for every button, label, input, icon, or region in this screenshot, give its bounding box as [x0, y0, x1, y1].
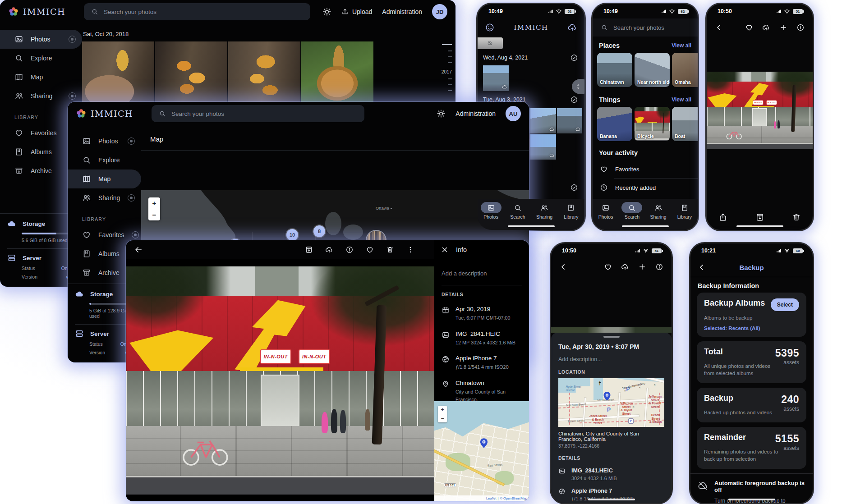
add-description-field[interactable]: Add a description	[442, 270, 522, 277]
administration-link[interactable]: Administration	[455, 110, 496, 117]
upload-cloud-icon[interactable]	[762, 23, 770, 32]
thing-card[interactable]: Banana	[597, 107, 632, 141]
search-input[interactable]: Search your photos	[84, 3, 310, 20]
thing-card[interactable]: Boat	[672, 107, 698, 141]
zoom-in-button[interactable]: +	[438, 406, 447, 414]
info-icon[interactable]	[796, 23, 805, 32]
sidebar-item-photos[interactable]: Photos	[68, 132, 141, 151]
user-avatar[interactable]: AU	[506, 106, 521, 121]
trash-icon[interactable]	[792, 213, 801, 222]
photo-thumbnail[interactable]	[483, 65, 509, 91]
upload-button[interactable]: Upload	[341, 8, 372, 15]
signal-icon	[635, 247, 641, 254]
timeline-scrubber[interactable]: 2017	[434, 44, 452, 96]
theme-toggle-icon[interactable]	[322, 7, 331, 16]
trash-icon[interactable]	[386, 246, 394, 254]
photo-thumbnail[interactable]	[530, 134, 556, 160]
photo-in-n-out-storefront[interactable]: IN-N-OUT IN-N-OUT	[126, 266, 434, 495]
place-card[interactable]: Near north side	[635, 53, 670, 87]
photo-thumbnail-mushroom-2[interactable]	[155, 41, 227, 109]
thing-card[interactable]: Bicycle	[635, 107, 670, 141]
immich-logo[interactable]: IMMICH	[8, 6, 75, 17]
intersection-label: Jefferson Street & Powell Street	[649, 395, 662, 409]
zoom-out-button[interactable]: −	[148, 209, 160, 220]
zoom-in-button[interactable]: +	[148, 197, 160, 209]
favorites-row[interactable]: Favorites	[593, 160, 698, 178]
nav-search[interactable]: Search	[504, 202, 531, 220]
photo-thumbnail[interactable]	[557, 108, 583, 133]
sidebar-item-map[interactable]: Map	[0, 68, 82, 87]
upload-cloud-icon[interactable]	[621, 263, 629, 271]
wifi-icon	[669, 8, 675, 14]
aperture-icon	[442, 355, 450, 363]
info-icon[interactable]	[345, 246, 354, 254]
plus-icon[interactable]	[638, 263, 646, 271]
photo-thumbnail[interactable]	[530, 108, 556, 133]
share-icon[interactable]	[718, 213, 727, 222]
photo-thumbnail-partial[interactable]	[478, 37, 503, 49]
nav-sharing[interactable]: Sharing	[645, 202, 672, 220]
add-description-field[interactable]: Add description...	[558, 356, 664, 362]
leaflet-link[interactable]: Leaflet	[486, 496, 497, 500]
view-all-link[interactable]: View all	[672, 96, 691, 103]
info-icon[interactable]	[655, 263, 663, 271]
zoom-out-button[interactable]: −	[438, 414, 447, 422]
select-button[interactable]: Select	[771, 298, 799, 311]
place-card[interactable]: Omaha	[672, 53, 698, 87]
select-check-icon[interactable]	[570, 183, 578, 192]
upload-icon	[341, 8, 349, 15]
nav-photos[interactable]: Photos	[593, 202, 619, 220]
detail-file: IMG_2841.HEIC 3024 x 4032 1.6 MiB	[558, 467, 664, 481]
close-icon[interactable]	[441, 246, 449, 254]
select-check-icon[interactable]	[570, 54, 578, 62]
view-all-link[interactable]: View all	[672, 42, 691, 49]
heart-icon[interactable]	[366, 246, 374, 254]
theme-toggle-icon[interactable]	[437, 109, 446, 118]
location-map[interactable]: ×× ×× P P P The Embarcadero Hyde Street …	[558, 378, 664, 427]
osm-link[interactable]: © OpenStreetMap	[500, 496, 527, 500]
photo-thumbnail-mushroom-basket[interactable]	[301, 41, 373, 109]
photo-viewer[interactable]: IN-N-OUT IN-N-OUT	[707, 72, 813, 149]
sheet-drag-handle[interactable]	[603, 336, 620, 338]
nav-photos[interactable]: Photos	[478, 202, 504, 220]
search-input[interactable]: Search your photos	[593, 18, 698, 37]
recently-added-row[interactable]: Recently added	[593, 179, 698, 197]
sidebar-item-explore[interactable]: Explore	[68, 151, 141, 170]
sidebar-item-map[interactable]: Map	[68, 170, 141, 188]
location-mini-map[interactable]: Bay Street US 101 + − Leaflet | © OpenSt…	[434, 401, 529, 501]
back-chevron-icon[interactable]	[698, 263, 706, 271]
backup-count: 240	[781, 394, 799, 406]
map-cluster-marker[interactable]: 10	[286, 229, 298, 241]
heart-icon[interactable]	[604, 263, 612, 271]
search-icon	[601, 24, 608, 31]
signal-icon	[776, 247, 782, 254]
place-card[interactable]: Chinatown	[597, 53, 632, 87]
map-cluster-marker[interactable]: 8	[313, 225, 325, 237]
select-check-icon[interactable]	[570, 96, 578, 104]
heart-icon[interactable]	[745, 23, 753, 32]
plus-icon[interactable]	[779, 23, 787, 32]
home-indicator	[728, 499, 775, 500]
archive-icon[interactable]	[755, 213, 764, 222]
sidebar-item-sharing[interactable]: Sharing	[0, 87, 82, 105]
nav-library[interactable]: Library	[558, 202, 584, 220]
user-avatar[interactable]: JD	[432, 4, 447, 19]
photo-thumbnail-mushroom-3[interactable]	[228, 41, 300, 109]
back-chevron-icon[interactable]	[559, 263, 567, 271]
back-icon[interactable]	[134, 245, 143, 254]
administration-link[interactable]: Administration	[382, 8, 422, 15]
search-input[interactable]: Search your photos	[152, 105, 364, 122]
nav-sharing[interactable]: Sharing	[531, 202, 558, 220]
immich-logo[interactable]: IMMICH	[76, 108, 143, 119]
photo-edge-sliver[interactable]	[551, 327, 672, 333]
more-options-icon[interactable]	[406, 246, 414, 254]
nav-library[interactable]: Library	[672, 202, 698, 220]
nav-search[interactable]: Search	[619, 202, 645, 220]
download-icon[interactable]	[305, 246, 313, 254]
upload-cloud-icon[interactable]	[325, 246, 333, 254]
sidebar-item-sharing[interactable]: Sharing	[68, 188, 141, 207]
back-chevron-icon[interactable]	[715, 23, 723, 32]
photo-thumbnail-mushroom-1[interactable]	[82, 41, 154, 109]
sidebar-item-photos[interactable]: Photos	[0, 30, 82, 49]
sidebar-item-explore[interactable]: Explore	[0, 49, 82, 68]
